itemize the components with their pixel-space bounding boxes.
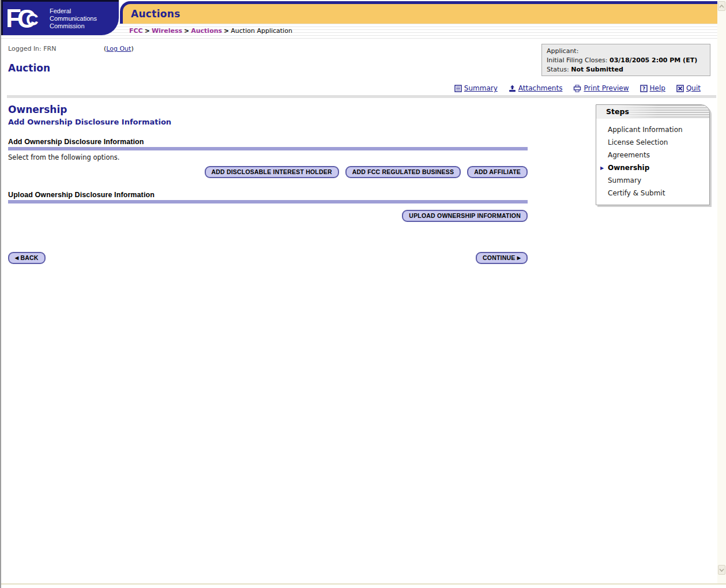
toolbar: Summary Attachments Print Preview ? Help… <box>454 84 701 92</box>
auction-application-page: { "header": { "logo": { "acronym": "FCC"… <box>0 0 726 588</box>
breadcrumb-link-wireless[interactable]: Wireless <box>152 27 182 35</box>
continue-arrow-icon: ▶ <box>517 255 521 261</box>
logout-paren: ) <box>131 45 133 52</box>
breadcrumb-current: Auction Application <box>231 27 292 35</box>
logout-wrap: (Log Out) <box>104 45 134 52</box>
page-bottom-edge <box>1 583 726 585</box>
step-ownership-active[interactable]: ▶Ownership <box>596 161 709 174</box>
add-fcc-regulated-business-button[interactable]: ADD FCC REGULATED BUSINESS <box>345 166 461 178</box>
ownership-subtitle: Add Ownership Disclosure Information <box>8 118 171 126</box>
nav-buttons-row: ◀ BACK CONTINUE ▶ <box>8 252 528 264</box>
applicant-info-box: Applicant: Initial Filing Closes: 03/18/… <box>541 44 710 76</box>
add-section-instruction: Select from the following options. <box>8 153 119 161</box>
step-agreements[interactable]: Agreements <box>596 149 709 161</box>
svg-text:C: C <box>26 10 39 29</box>
logged-in-label: Logged In: FRN <box>8 45 57 52</box>
help-icon: ? <box>640 85 648 92</box>
attachments-icon <box>509 85 516 92</box>
quit-link[interactable]: Quit <box>676 84 701 92</box>
fcc-logo-icon: F C C <box>7 6 46 31</box>
app-title: Auctions <box>123 8 180 20</box>
upload-section-heading: Upload Ownership Disclosure Information <box>8 191 155 199</box>
header-gold-bar: Auctions <box>123 4 717 24</box>
page-title: Auction <box>8 62 50 74</box>
chevron-up-icon <box>719 5 724 8</box>
upload-section-bar <box>8 200 528 203</box>
print-preview-icon <box>573 85 581 92</box>
add-affiliate-button[interactable]: ADD AFFILIATE <box>467 166 528 178</box>
filing-closes-value: 03/18/2005 2:00 PM (ET) <box>610 56 697 64</box>
attachments-link[interactable]: Attachments <box>509 84 563 92</box>
toolbar-divider <box>7 95 716 98</box>
breadcrumb-separator: > <box>143 27 152 35</box>
steps-panel: Steps Applicant Information License Sele… <box>596 104 710 205</box>
scroll-down-button[interactable] <box>718 565 725 575</box>
step-license-selection[interactable]: License Selection <box>596 136 709 149</box>
status-label: Status: <box>547 66 569 73</box>
breadcrumb-separator: > <box>182 27 191 35</box>
svg-text:?: ? <box>642 85 645 91</box>
help-link[interactable]: ? Help <box>640 84 665 92</box>
back-arrow-icon: ◀ <box>15 255 18 261</box>
scroll-up-button[interactable] <box>718 1 725 11</box>
add-disclosable-interest-holder-button[interactable]: ADD DISCLOSABLE INTEREST HOLDER <box>205 166 339 178</box>
fcc-logo-block[interactable]: F C C Federal Communications Commission <box>1 0 119 35</box>
status-value: Not Submitted <box>571 66 623 73</box>
breadcrumb-separator: > <box>222 27 231 35</box>
upload-ownership-information-button[interactable]: UPLOAD OWNERSHIP INFORMATION <box>402 210 528 222</box>
continue-button[interactable]: CONTINUE ▶ <box>476 252 528 264</box>
ownership-title: Ownership <box>8 104 67 115</box>
step-certify-submit[interactable]: Certify & Submit <box>596 187 709 199</box>
add-buttons-row: ADD DISCLOSABLE INTEREST HOLDER ADD FCC … <box>8 166 528 178</box>
breadcrumb: FCC>Wireless>Auctions>Auction Applicatio… <box>129 27 292 35</box>
print-preview-link[interactable]: Print Preview <box>573 84 629 92</box>
step-applicant-information[interactable]: Applicant Information <box>596 123 709 136</box>
quit-icon <box>676 85 684 92</box>
vertical-scrollbar[interactable] <box>717 0 726 584</box>
summary-link[interactable]: Summary <box>454 84 498 92</box>
fcc-org-name: Federal Communications Commission <box>50 7 97 30</box>
steps-panel-title: Steps <box>596 105 709 119</box>
breadcrumb-link-fcc[interactable]: FCC <box>129 27 143 35</box>
logout-link[interactable]: Log Out <box>106 45 131 52</box>
chevron-down-icon <box>719 568 724 572</box>
upload-button-row: UPLOAD OWNERSHIP INFORMATION <box>8 210 528 222</box>
breadcrumb-link-auctions[interactable]: Auctions <box>191 27 222 35</box>
step-summary[interactable]: Summary <box>596 174 709 187</box>
back-button[interactable]: ◀ BACK <box>8 252 46 264</box>
add-section-heading: Add Ownership Disclosure Information <box>8 138 144 146</box>
summary-icon <box>454 85 462 92</box>
steps-list: Applicant Information License Selection … <box>596 119 709 205</box>
filing-closes-label: Initial Filing Closes: <box>547 56 607 64</box>
main-content: Ownership Add Ownership Disclosure Infor… <box>8 104 528 277</box>
add-section-bar <box>8 147 528 150</box>
active-step-arrow-icon: ▶ <box>600 164 604 172</box>
applicant-label: Applicant: <box>547 47 578 55</box>
